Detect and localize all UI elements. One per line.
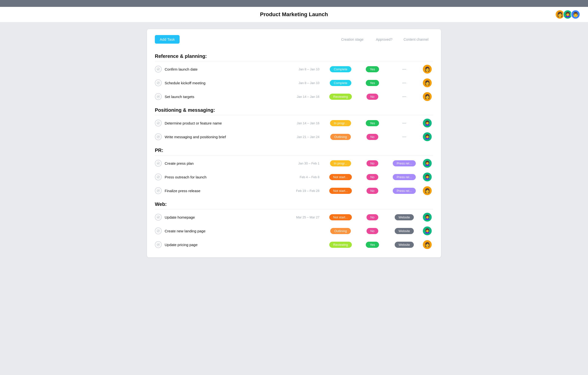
task-approved-badge[interactable]: Yes [366, 120, 379, 126]
task-channel-badge[interactable]: Website [395, 214, 414, 220]
task-channel-cell[interactable]: — [387, 67, 421, 71]
table-row[interactable]: Finalize press releaseFeb 19 – Feb 28Not… [155, 184, 433, 198]
task-assignee-avatar[interactable]: 👩‍🦱 [423, 159, 432, 168]
task-checkbox[interactable] [155, 241, 162, 248]
task-assignee-avatar[interactable]: 👩‍🦱 [423, 132, 432, 141]
task-approved-cell[interactable]: No [358, 228, 387, 234]
task-checkbox[interactable] [155, 214, 162, 221]
task-assignee-cell[interactable]: 👩 [421, 78, 433, 87]
task-assignee-cell[interactable]: 👩‍🦱 [421, 173, 433, 181]
task-stage-badge[interactable]: Reviewing [329, 242, 352, 248]
task-stage-cell[interactable]: Not start... [323, 174, 358, 180]
task-channel-cell[interactable]: Website [387, 228, 421, 234]
task-stage-cell[interactable]: Not start... [323, 188, 358, 194]
task-checkbox[interactable] [155, 133, 162, 140]
task-assignee-cell[interactable]: 👩‍🦱 [421, 213, 433, 222]
task-assignee-cell[interactable]: 👩 [421, 240, 433, 249]
task-channel-cell[interactable]: Website [387, 242, 421, 248]
task-stage-badge[interactable]: Outlining [330, 228, 351, 234]
task-approved-badge[interactable]: No [367, 214, 379, 220]
task-channel-cell[interactable]: — [387, 135, 421, 139]
task-checkbox[interactable] [155, 187, 162, 194]
task-channel-badge[interactable]: Press rel... [393, 160, 416, 166]
task-stage-cell[interactable]: Outlining [323, 228, 358, 234]
task-approved-badge[interactable]: No [367, 134, 379, 140]
task-stage-badge[interactable]: Complete [330, 80, 351, 86]
task-assignee-cell[interactable]: 👩‍🦱 [421, 132, 433, 141]
table-row[interactable]: Confirm launch dateJan 8 – Jan 10Complet… [155, 62, 433, 76]
task-approved-cell[interactable]: No [358, 214, 387, 220]
task-channel-badge[interactable]: Website [395, 242, 414, 248]
task-checkbox[interactable] [155, 174, 162, 180]
task-channel-cell[interactable]: Website [387, 214, 421, 220]
task-checkbox[interactable] [155, 66, 162, 73]
task-approved-badge[interactable]: No [367, 94, 379, 100]
table-row[interactable]: Schedule kickoff meetingJan 8 – Jan 10Co… [155, 76, 433, 90]
task-approved-cell[interactable]: Yes [358, 80, 387, 86]
task-assignee-avatar[interactable]: 👩 [423, 186, 432, 195]
task-channel-cell[interactable]: Press rel... [387, 160, 421, 166]
task-approved-cell[interactable]: Yes [358, 120, 387, 126]
task-stage-badge[interactable]: Not start... [329, 174, 352, 180]
task-approved-badge[interactable]: No [367, 188, 379, 194]
task-approved-cell[interactable]: No [358, 160, 387, 166]
task-approved-cell[interactable]: No [358, 188, 387, 194]
task-approved-badge[interactable]: No [367, 160, 379, 166]
task-assignee-cell[interactable]: 👩‍🦱 [421, 159, 433, 168]
task-stage-cell[interactable]: Complete [323, 66, 358, 72]
task-stage-badge[interactable]: Reviewing [329, 94, 352, 100]
task-stage-badge[interactable]: Outlining [330, 134, 351, 140]
task-channel-badge[interactable]: Press rel... [393, 188, 416, 194]
task-approved-cell[interactable]: No [358, 94, 387, 100]
task-stage-cell[interactable]: In progr... [323, 160, 358, 166]
task-channel-badge[interactable]: Website [395, 228, 414, 234]
task-approved-cell[interactable]: No [358, 174, 387, 180]
task-approved-cell[interactable]: Yes [358, 66, 387, 72]
task-stage-cell[interactable]: Reviewing [323, 94, 358, 100]
table-row[interactable]: Set launch targetsJan 14 – Jan 16Reviewi… [155, 90, 433, 103]
task-stage-badge[interactable]: Not start... [329, 188, 352, 194]
task-assignee-avatar[interactable]: 👩 [423, 240, 432, 249]
table-row[interactable]: Write messaging and positioning briefJan… [155, 130, 433, 144]
task-channel-cell[interactable]: — [387, 94, 421, 99]
task-stage-cell[interactable]: In progr... [323, 120, 358, 126]
avatar-user-3[interactable]: 👨 [571, 10, 580, 19]
task-approved-badge[interactable]: No [367, 228, 379, 234]
task-assignee-cell[interactable]: 👩‍🦱 [421, 226, 433, 235]
task-checkbox[interactable] [155, 120, 162, 126]
task-channel-cell[interactable]: — [387, 81, 421, 85]
task-stage-cell[interactable]: Outlining [323, 134, 358, 140]
task-checkbox[interactable] [155, 93, 162, 100]
task-stage-badge[interactable]: In progr... [330, 120, 351, 126]
task-stage-badge[interactable]: Complete [330, 66, 351, 72]
task-stage-cell[interactable]: Complete [323, 80, 358, 86]
task-checkbox[interactable] [155, 227, 162, 234]
task-assignee-avatar[interactable]: 👩‍🦱 [423, 173, 432, 181]
table-row[interactable]: Create new landing pageOutliningNoWebsit… [155, 224, 433, 238]
task-channel-cell[interactable]: — [387, 121, 421, 125]
task-channel-badge[interactable]: Press rel... [393, 174, 416, 180]
task-approved-badge[interactable]: No [367, 174, 379, 180]
table-row[interactable]: Press outreach for launchFeb 4 – Feb 8No… [155, 170, 433, 184]
task-approved-cell[interactable]: No [358, 134, 387, 140]
task-assignee-cell[interactable]: 👩 [421, 92, 433, 101]
task-assignee-avatar[interactable]: 👩 [423, 65, 432, 74]
task-assignee-avatar[interactable]: 👩‍🦱 [423, 226, 432, 235]
task-stage-badge[interactable]: In progr... [330, 160, 351, 166]
task-assignee-cell[interactable]: 👩 [421, 65, 433, 74]
table-row[interactable]: Update homepageMar 25 – Mar 27Not start.… [155, 210, 433, 224]
task-checkbox[interactable] [155, 79, 162, 86]
task-assignee-avatar[interactable]: 👩 [423, 78, 432, 87]
task-approved-badge[interactable]: Yes [366, 242, 379, 248]
task-approved-badge[interactable]: Yes [366, 80, 379, 86]
table-row[interactable]: Create press planJan 30 – Feb 1In progr.… [155, 156, 433, 170]
task-approved-cell[interactable]: Yes [358, 242, 387, 248]
task-assignee-avatar[interactable]: 👩‍🦱 [423, 119, 432, 127]
task-checkbox[interactable] [155, 160, 162, 167]
task-assignee-cell[interactable]: 👩 [421, 186, 433, 195]
task-approved-badge[interactable]: Yes [366, 66, 379, 72]
add-task-button[interactable]: Add Task [155, 35, 180, 44]
table-row[interactable]: Update pricing pageReviewingYesWebsite👩 [155, 238, 433, 251]
task-stage-cell[interactable]: Reviewing [323, 242, 358, 248]
task-stage-badge[interactable]: Not start... [329, 214, 352, 220]
